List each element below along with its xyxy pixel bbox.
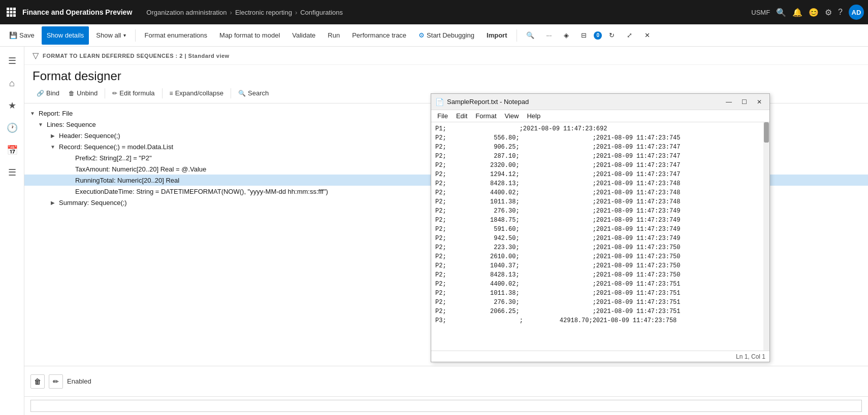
link-icon: 🔗 (37, 90, 44, 97)
action-sep-1 (135, 29, 136, 42)
notepad-cursor-pos: Ln 1, Col 1 (736, 353, 765, 360)
toggle-lines-sequence[interactable]: ▼ (37, 120, 45, 128)
notepad-file-icon: 📄 (435, 98, 444, 106)
search-icon[interactable]: 🔍 (776, 8, 786, 17)
recent-icon[interactable]: 🕐 (2, 118, 22, 138)
start-debugging-button[interactable]: ⚙ Start Debugging (413, 26, 479, 45)
filter-icon[interactable]: ▽ (33, 51, 39, 60)
notepad-scrollbar-thumb[interactable] (764, 122, 769, 143)
refresh-button[interactable]: ↻ (604, 26, 620, 45)
help-icon[interactable]: ? (838, 8, 843, 17)
save-button[interactable]: 💾 Save (4, 26, 40, 45)
show-all-chevron: ▾ (123, 32, 126, 38)
page-title: Format designer (33, 69, 860, 83)
top-navigation-bar: Finance and Operations Preview Organizat… (0, 0, 868, 24)
notepad-title: SampleReport.txt - Notepad (447, 98, 720, 106)
list-icon[interactable]: ☰ (2, 162, 22, 183)
home-icon[interactable]: ⌂ (2, 73, 22, 93)
breadcrumb-sep-2: › (295, 9, 297, 16)
notepad-status-bar: Ln 1, Col 1 (431, 351, 769, 362)
svg-rect-1 (10, 8, 13, 10)
debug-icon: ⚙ (419, 31, 425, 39)
bind-button[interactable]: 🔗 Bind (33, 87, 63, 99)
node-label-report-file: Report: File (39, 110, 73, 117)
map-format-button[interactable]: Map format to model (214, 26, 285, 45)
run-button[interactable]: Run (323, 26, 345, 45)
bell-icon[interactable]: 🔔 (792, 8, 802, 17)
grid-icon[interactable] (4, 5, 18, 19)
svg-rect-6 (7, 14, 9, 17)
node-label-running-total: RunningTotal: Numeric[20..20] Real (75, 177, 179, 184)
close-button[interactable]: ✕ (639, 26, 655, 45)
bottom-delete-button[interactable]: 🗑 (30, 374, 45, 389)
more-button[interactable]: ··· (541, 26, 557, 45)
svg-rect-7 (10, 14, 13, 17)
notepad-menu-file[interactable]: File (433, 111, 452, 121)
smiley-icon[interactable]: 😊 (809, 8, 819, 17)
node-label-prefix2: Prefix2: String[2..2] = "P2" (75, 154, 152, 162)
svg-rect-4 (10, 11, 13, 14)
import-button[interactable]: Import (481, 26, 512, 45)
notepad-menu-edit[interactable]: Edit (452, 111, 471, 121)
bottom-edit-button[interactable]: ✏ (49, 374, 63, 389)
format-designer-header: Format designer (24, 65, 868, 87)
validate-button[interactable]: Validate (287, 26, 320, 45)
user-avatar[interactable]: AD (849, 5, 864, 20)
notepad-scrollbar[interactable] (763, 122, 769, 351)
notepad-content[interactable]: P1; ;2021-08-09 11:47:23:692 P2; 556.80;… (431, 122, 769, 351)
save-icon: 💾 (9, 31, 17, 39)
calendar-icon[interactable]: 📅 (2, 140, 22, 160)
node-label-header-sequence: Header: Sequence(;) (59, 132, 120, 140)
breadcrumb-item-2[interactable]: Electronic reporting (235, 9, 292, 16)
toggle-summary-sequence[interactable]: ▶ (49, 198, 57, 206)
notepad-minimize-button[interactable]: — (723, 96, 735, 108)
breadcrumb-item-3[interactable]: Configurations (300, 9, 343, 16)
node-label-record-sequence: Record: Sequence(;) = model.Data.List (59, 143, 173, 151)
svg-rect-8 (13, 14, 16, 17)
trash-icon: 🗑 (69, 90, 75, 97)
search-tool-button[interactable]: 🔍 Search (234, 87, 273, 99)
node-label-tax-amount: TaxAmount: Numeric[20..20] Real = @.Valu… (75, 165, 206, 173)
notepad-menu-help[interactable]: Help (523, 111, 544, 121)
notepad-close-button[interactable]: ✕ (753, 96, 765, 108)
bottom-panel: 🗑 ✏ Enabled (24, 366, 868, 415)
notepad-menu-view[interactable]: View (501, 111, 523, 121)
performance-trace-button[interactable]: Performance trace (347, 26, 411, 45)
notification-badge: 0 (594, 31, 602, 40)
expand-icon: ≡ (170, 90, 173, 97)
notepad-menu-format[interactable]: Format (471, 111, 500, 121)
edit-formula-button[interactable]: ✏ Edit formula (108, 87, 158, 99)
toggle-report-file[interactable]: ▼ (28, 109, 37, 117)
breadcrumb-item-1[interactable]: Organization administration (146, 9, 227, 16)
search-action-button[interactable]: 🔍 (521, 26, 539, 45)
notepad-menu: File Edit Format View Help (431, 110, 769, 122)
top-bar-right: USMF 🔍 🔔 😊 ⚙ ? AD (751, 5, 864, 20)
action-bar: 💾 Save Show details Show all ▾ Format en… (0, 24, 868, 47)
star-icon[interactable]: ★ (2, 95, 22, 116)
format-enumerations-button[interactable]: Format enumerations (140, 26, 213, 45)
breadcrumb-sep-1: › (230, 9, 232, 16)
bottom-input[interactable] (30, 400, 862, 412)
company-label: USMF (751, 9, 770, 16)
node-label-execution-datetime: ExecutionDateTime: String = DATETIMEFORM… (75, 188, 328, 195)
show-all-button[interactable]: Show all ▾ (91, 26, 131, 45)
svg-rect-5 (13, 11, 16, 14)
toggle-header-sequence[interactable]: ▶ (49, 131, 57, 140)
fd-tool-sep-1 (105, 88, 105, 98)
toggle-record-sequence[interactable]: ▼ (49, 143, 57, 151)
popout-button[interactable]: ⤢ (622, 26, 637, 45)
panel-icon-button[interactable]: ⊟ (576, 26, 592, 45)
notepad-title-bar: 📄 SampleReport.txt - Notepad — ☐ ✕ (431, 94, 769, 110)
enabled-label: Enabled (67, 377, 91, 385)
expand-collapse-button[interactable]: ≡ Expand/collapse (166, 87, 228, 99)
svg-rect-0 (7, 8, 9, 10)
settings-icon[interactable]: ⚙ (825, 8, 832, 17)
show-details-button[interactable]: Show details (42, 26, 89, 45)
hamburger-icon[interactable]: ☰ (2, 51, 22, 71)
unbind-button[interactable]: 🗑 Unbind (65, 87, 102, 99)
node-label-summary-sequence: Summary: Sequence(;) (59, 199, 127, 206)
diamond-icon-button[interactable]: ◈ (559, 26, 574, 45)
notepad-maximize-button[interactable]: ☐ (738, 96, 750, 108)
breadcrumb: Organization administration › Electronic… (146, 9, 747, 16)
pencil-icon: ✏ (112, 90, 117, 97)
